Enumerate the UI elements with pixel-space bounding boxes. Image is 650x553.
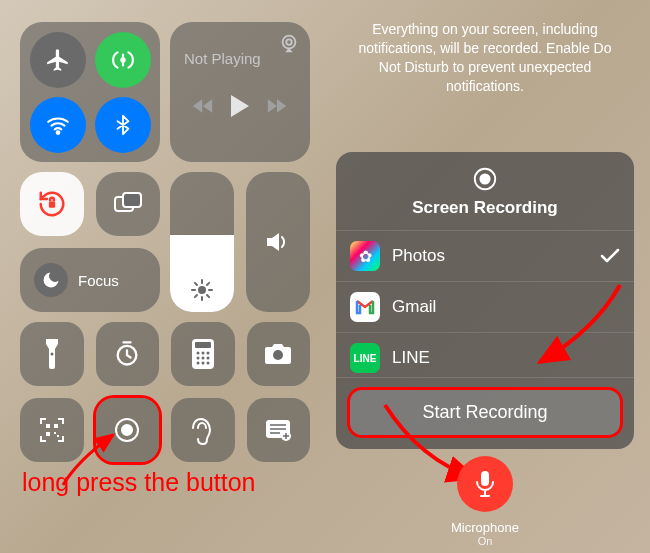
destination-row-line[interactable]: LINE LINE [336,332,634,377]
annotation-caption: long press the button [22,468,256,497]
gmail-app-icon [350,292,380,322]
microphone-icon [474,469,496,499]
svg-point-13 [201,352,204,355]
svg-point-28 [122,425,132,435]
photos-app-icon: ✿ [350,241,380,271]
connectivity-group [20,22,160,162]
svg-point-17 [206,357,209,360]
svg-rect-24 [46,432,50,436]
microphone-toggle[interactable]: Microphone On [451,456,519,547]
svg-point-8 [50,353,53,356]
destination-row-gmail[interactable]: Gmail [336,281,634,332]
notes-button[interactable] [247,398,311,462]
screen-record-sheet-panel: Everything on your screen, including not… [320,0,650,553]
airplane-icon [45,47,71,73]
svg-point-0 [121,58,124,61]
qr-icon [39,417,65,443]
svg-rect-33 [481,471,489,486]
row-label: LINE [392,348,430,368]
svg-point-2 [283,36,296,49]
control-center-panel: Not Playing Focus [0,0,320,553]
sheet-footer: Start Recording [336,377,634,449]
airplane-mode-toggle[interactable] [30,32,86,88]
screen-mirroring-button[interactable] [96,172,160,236]
brightness-icon [190,278,214,302]
start-recording-button[interactable]: Start Recording [350,390,620,435]
mic-label: Microphone [451,520,519,535]
rewind-icon[interactable] [193,98,213,114]
line-app-icon: LINE [350,343,380,373]
wifi-toggle[interactable] [30,97,86,153]
volume-slider[interactable] [246,172,310,312]
now-playing-tile[interactable]: Not Playing [170,22,310,162]
orientation-lock-icon [37,189,67,219]
svg-point-7 [198,286,206,294]
bluetooth-icon [112,112,134,138]
row-label: Photos [392,246,445,266]
wifi-icon [45,112,71,138]
shortcut-row-2 [20,398,310,462]
destination-row-photos[interactable]: ✿ Photos [336,230,634,281]
record-icon [472,166,498,192]
volume-icon [265,231,291,253]
flashlight-icon [43,339,61,369]
flashlight-button[interactable] [20,322,84,386]
svg-point-15 [196,357,199,360]
svg-rect-6 [123,193,141,207]
qr-scanner-button[interactable] [20,398,84,462]
timer-icon [113,340,141,368]
svg-point-21 [273,350,283,360]
forward-icon[interactable] [267,98,287,114]
svg-point-1 [56,131,59,134]
moon-circle [34,263,68,297]
svg-rect-11 [195,342,211,348]
recording-sheet: Screen Recording ✿ Photos Gmail LINE LIN… [336,152,634,449]
calculator-icon [192,339,214,369]
svg-point-3 [286,39,292,45]
svg-point-32 [480,174,489,183]
svg-rect-26 [57,435,59,437]
row-label: Gmail [392,297,436,317]
sheet-header: Screen Recording [336,152,634,230]
orientation-lock-toggle[interactable] [20,172,84,236]
camera-icon [263,342,293,366]
record-icon [113,416,141,444]
sheet-title: Screen Recording [336,198,634,218]
focus-button[interactable]: Focus [20,248,160,312]
mic-circle [457,456,513,512]
brightness-slider[interactable] [170,172,234,312]
svg-rect-25 [54,432,56,434]
svg-point-16 [201,357,204,360]
timer-button[interactable] [96,322,160,386]
play-icon[interactable] [230,95,250,117]
svg-point-20 [206,362,209,365]
svg-point-12 [196,352,199,355]
screen-mirroring-icon [113,191,143,217]
camera-button[interactable] [247,322,311,386]
bluetooth-toggle[interactable] [95,97,151,153]
cellular-icon [110,47,136,73]
svg-rect-23 [54,424,58,428]
shortcut-row-1 [20,322,310,386]
screen-record-button[interactable] [96,398,160,462]
moon-icon [41,270,61,290]
ear-icon [192,415,214,445]
airplay-icon[interactable] [278,32,300,54]
focus-label: Focus [78,272,119,289]
cellular-data-toggle[interactable] [95,32,151,88]
svg-point-18 [196,362,199,365]
mic-state: On [451,535,519,547]
svg-point-14 [206,352,209,355]
notes-icon [264,418,292,442]
checkmark-icon [600,248,620,264]
recording-blurb: Everything on your screen, including not… [320,0,650,96]
svg-rect-22 [46,424,50,428]
svg-rect-4 [49,202,55,208]
hearing-button[interactable] [171,398,235,462]
calculator-button[interactable] [171,322,235,386]
svg-point-19 [201,362,204,365]
